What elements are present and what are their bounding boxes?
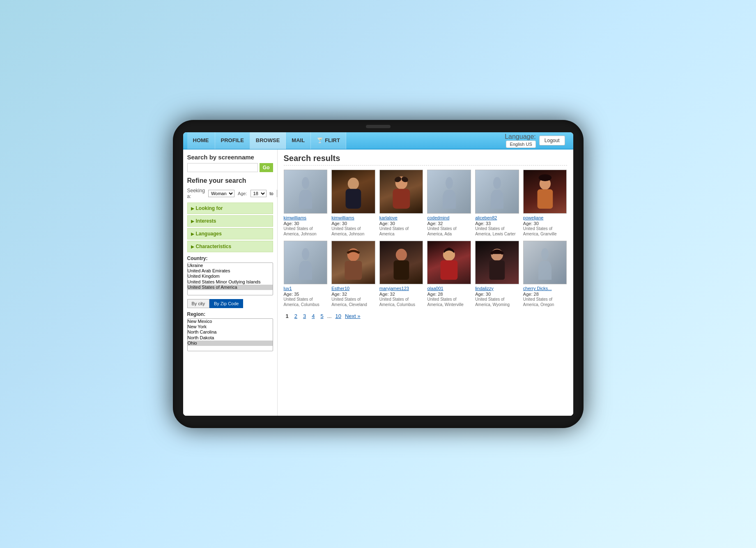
region-listbox[interactable]: New Mexico New York North Carolina North… xyxy=(187,318,273,351)
country-option-uae[interactable]: United Arab Emirates xyxy=(188,268,273,274)
profile-card-aliceben82[interactable]: aliceben82 Age: 33 United States of Amer… xyxy=(475,170,519,237)
profile-age: Age: 32 xyxy=(331,292,347,297)
profile-avatar xyxy=(475,241,519,285)
age-to-label: to xyxy=(270,191,273,196)
arrow-icon: ▶ xyxy=(191,206,194,211)
profile-card-maryjames123[interactable]: maryjames123 Age: 32 United States of Am… xyxy=(379,241,423,308)
language-button[interactable]: English US xyxy=(506,140,535,148)
profile-location: United States of America, Ada xyxy=(427,226,471,237)
profile-name[interactable]: kimwilliams xyxy=(331,215,354,220)
region-option-nm[interactable]: New Mexico xyxy=(188,319,273,324)
profile-card-karlalove[interactable]: karlalove Age: 30 United States of Ameri… xyxy=(379,170,423,237)
profile-location: United States of America, Oregon xyxy=(523,297,567,307)
language-label: Language: xyxy=(505,133,536,140)
profile-name[interactable]: aliceben82 xyxy=(475,215,497,220)
nav-flirt[interactable]: 🍸 FLIRT xyxy=(311,132,346,149)
region-option-nd[interactable]: North Dakota xyxy=(188,335,273,341)
accordion-interests[interactable]: ▶ Interests xyxy=(187,215,273,227)
search-screenname-input[interactable] xyxy=(187,163,258,172)
page-dots: ... xyxy=(327,313,332,319)
profile-age: Age: 35 xyxy=(284,292,299,297)
profile-card-kimwilliams1[interactable]: kimwilliams Age: 30 United States of Ame… xyxy=(284,170,328,237)
profile-name[interactable]: Esther10 xyxy=(331,286,349,291)
profile-location: United States of America, Lewis Carter xyxy=(475,226,519,237)
country-option-usa[interactable]: United States of America xyxy=(188,285,273,290)
profile-name[interactable]: karlalove xyxy=(379,215,398,220)
nav-home[interactable]: HOME xyxy=(187,132,215,149)
by-city-button[interactable]: By city xyxy=(187,299,209,308)
profile-location: United States of America, Wyoming xyxy=(475,297,519,307)
tablet-frame: HOME PROFILE BROWSE MAIL 🍸 FLIRT Languag… xyxy=(173,120,584,428)
page-4[interactable]: 4 xyxy=(310,312,317,320)
profile-avatar xyxy=(427,241,471,285)
profile-location: United States of America, Cleveland xyxy=(331,297,375,307)
profile-avatar xyxy=(284,241,328,285)
seeking-select[interactable]: Woman Man xyxy=(208,190,234,197)
profile-age: Age: 30 xyxy=(523,221,539,226)
profile-name[interactable]: olaa001 xyxy=(427,286,443,291)
profile-location: United States of America, Columbus xyxy=(284,297,328,307)
svg-rect-10 xyxy=(345,261,362,280)
flirt-glass-icon: 🍸 xyxy=(317,132,323,149)
profile-age: Age: 32 xyxy=(427,221,443,226)
country-option-usmi[interactable]: United States Minor Outlying Islands xyxy=(188,279,273,285)
country-listbox[interactable]: Ukraine United Arab Emirates United King… xyxy=(187,262,273,295)
accordion-languages[interactable]: ▶ Languages xyxy=(187,228,273,239)
profile-card-esther10[interactable]: Esther10 Age: 32 United States of Americ… xyxy=(331,241,375,308)
profile-avatar xyxy=(475,170,519,214)
profile-avatar xyxy=(331,170,375,214)
accordion-label: Interests xyxy=(196,218,216,224)
page-2[interactable]: 2 xyxy=(292,312,299,320)
profile-card-olaa001[interactable]: olaa001 Age: 28 United States of America… xyxy=(427,241,471,308)
svg-rect-16 xyxy=(489,260,505,280)
profile-card-lindalizzy[interactable]: lindalizzy Age: 30 United States of Amer… xyxy=(475,241,519,308)
page-next[interactable]: Next » xyxy=(345,313,361,319)
accordion-characteristics[interactable]: ▶ Characteristics xyxy=(187,241,273,252)
profile-name[interactable]: cherry Dicks... xyxy=(523,286,552,291)
pagination: 1 2 3 4 5 ... 10 Next » xyxy=(284,312,567,320)
logout-button[interactable]: Logout xyxy=(539,136,565,145)
profile-name[interactable]: luv1 xyxy=(284,286,292,291)
refine-title: Refine your search xyxy=(187,177,273,184)
profile-name[interactable]: kimwilliams xyxy=(284,215,307,220)
profile-avatar xyxy=(379,170,423,214)
profile-name[interactable]: lindalizzy xyxy=(475,286,494,291)
search-screenname-label: Search by screenname xyxy=(187,154,273,161)
profile-age: Age: 28 xyxy=(427,292,443,297)
profile-card-cherrydicks[interactable]: cherry Dicks... Age: 28 United States of… xyxy=(523,241,567,308)
page-5[interactable]: 5 xyxy=(318,312,325,320)
nav-mail[interactable]: MAIL xyxy=(286,132,311,149)
region-option-nc[interactable]: North Carolina xyxy=(188,329,273,335)
nav-browse[interactable]: BROWSE xyxy=(250,132,286,149)
region-option-oh[interactable]: Ohio xyxy=(188,341,273,346)
svg-rect-5 xyxy=(393,189,410,209)
profile-location: United States of America, Johnson xyxy=(284,226,328,237)
nav-profile[interactable]: PROFILE xyxy=(215,132,250,149)
nav-bar: HOME PROFILE BROWSE MAIL 🍸 FLIRT Languag… xyxy=(183,132,573,150)
svg-rect-12 xyxy=(393,260,409,280)
profile-age: Age: 28 xyxy=(523,292,539,297)
by-zip-button[interactable]: By Zip Code xyxy=(209,299,244,308)
profile-card-luv1[interactable]: luv1 Age: 35 United States of America, C… xyxy=(284,241,328,308)
region-option-ny[interactable]: New York xyxy=(188,324,273,329)
accordion-label: Languages xyxy=(196,231,222,237)
profile-card-codedmind[interactable]: codedmind Age: 32 United States of Ameri… xyxy=(427,170,471,237)
profile-card-kimwilliams2[interactable]: kimwilliams Age: 30 United States of Ame… xyxy=(331,170,375,237)
go-button[interactable]: Go xyxy=(260,163,273,172)
accordion-looking-for[interactable]: ▶ Looking for xyxy=(187,203,273,214)
profile-name[interactable]: codedmind xyxy=(427,215,449,220)
country-label: Country: xyxy=(187,256,273,261)
svg-point-8 xyxy=(538,174,551,181)
profile-age: Age: 30 xyxy=(284,221,299,226)
tablet-screen: HOME PROFILE BROWSE MAIL 🍸 FLIRT Languag… xyxy=(183,132,573,416)
profile-card-poweljane[interactable]: poweljane Age: 30 United States of Ameri… xyxy=(523,170,567,237)
country-option-ukraine[interactable]: Ukraine xyxy=(188,263,273,268)
page-last[interactable]: 10 xyxy=(333,312,343,320)
profile-name[interactable]: maryjames123 xyxy=(379,286,409,291)
results-title: Search results xyxy=(284,154,567,166)
age-from-select[interactable]: 18 19 20 xyxy=(250,190,267,197)
country-option-uk[interactable]: United Kingdom xyxy=(188,274,273,279)
profile-name[interactable]: poweljane xyxy=(523,215,544,220)
page-1[interactable]: 1 xyxy=(284,312,291,320)
page-3[interactable]: 3 xyxy=(301,312,308,320)
